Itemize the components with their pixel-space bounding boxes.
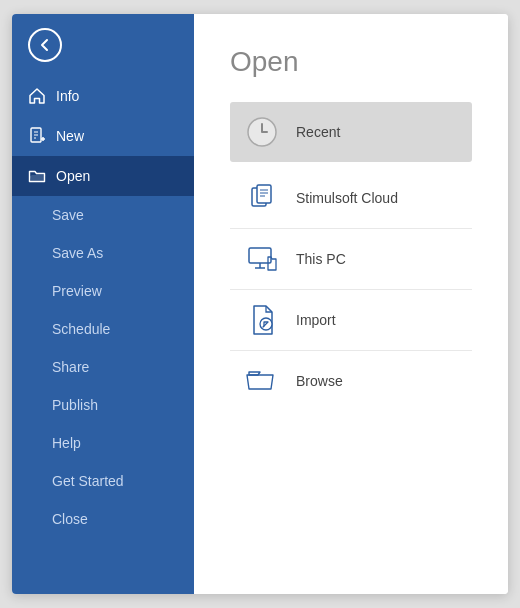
cloud-icon — [244, 180, 280, 216]
back-arrow-icon — [37, 37, 53, 53]
sidebar-item-help[interactable]: Help — [12, 424, 194, 462]
app-window: Info New — [12, 14, 508, 594]
sidebar-item-publish[interactable]: Publish — [12, 386, 194, 424]
open-item-cloud[interactable]: Stimulsoft Cloud — [230, 168, 472, 229]
open-label: Open — [56, 168, 90, 184]
cloud-label: Stimulsoft Cloud — [296, 190, 398, 206]
save-label: Save — [52, 207, 84, 223]
import-icon — [244, 302, 280, 338]
sidebar-item-save[interactable]: Save — [12, 196, 194, 234]
open-item-browse[interactable]: Browse — [230, 351, 472, 411]
share-label: Share — [52, 359, 89, 375]
sidebar-item-open[interactable]: Open — [12, 156, 194, 196]
folder-open-icon — [28, 167, 46, 185]
svg-rect-8 — [257, 185, 271, 203]
sidebar-item-info[interactable]: Info — [12, 76, 194, 116]
page-title: Open — [230, 46, 472, 78]
browse-label: Browse — [296, 373, 343, 389]
main-content: Open Recent — [194, 14, 508, 594]
sidebar-item-new[interactable]: New — [12, 116, 194, 156]
sidebar-back-area — [12, 14, 194, 76]
open-item-import[interactable]: Import — [230, 290, 472, 351]
open-item-this-pc[interactable]: This PC — [230, 229, 472, 290]
import-label: Import — [296, 312, 336, 328]
help-label: Help — [52, 435, 81, 451]
sidebar: Info New — [12, 14, 194, 594]
sidebar-item-share[interactable]: Share — [12, 348, 194, 386]
recent-icon — [244, 114, 280, 150]
info-label: Info — [56, 88, 79, 104]
get-started-label: Get Started — [52, 473, 124, 489]
sidebar-item-close[interactable]: Close — [12, 500, 194, 538]
recent-label: Recent — [296, 124, 340, 140]
this-pc-icon — [244, 241, 280, 277]
this-pc-label: This PC — [296, 251, 346, 267]
sidebar-item-get-started[interactable]: Get Started — [12, 462, 194, 500]
home-icon — [28, 87, 46, 105]
sidebar-item-preview[interactable]: Preview — [12, 272, 194, 310]
sidebar-item-save-as[interactable]: Save As — [12, 234, 194, 272]
open-list: Recent Stimulsoft Cloud — [230, 102, 472, 411]
preview-label: Preview — [52, 283, 102, 299]
browse-icon — [244, 363, 280, 399]
open-item-recent[interactable]: Recent — [230, 102, 472, 162]
new-doc-icon — [28, 127, 46, 145]
save-as-label: Save As — [52, 245, 103, 261]
new-label: New — [56, 128, 84, 144]
publish-label: Publish — [52, 397, 98, 413]
sidebar-item-schedule[interactable]: Schedule — [12, 310, 194, 348]
back-button[interactable] — [28, 28, 62, 62]
schedule-label: Schedule — [52, 321, 110, 337]
close-label: Close — [52, 511, 88, 527]
